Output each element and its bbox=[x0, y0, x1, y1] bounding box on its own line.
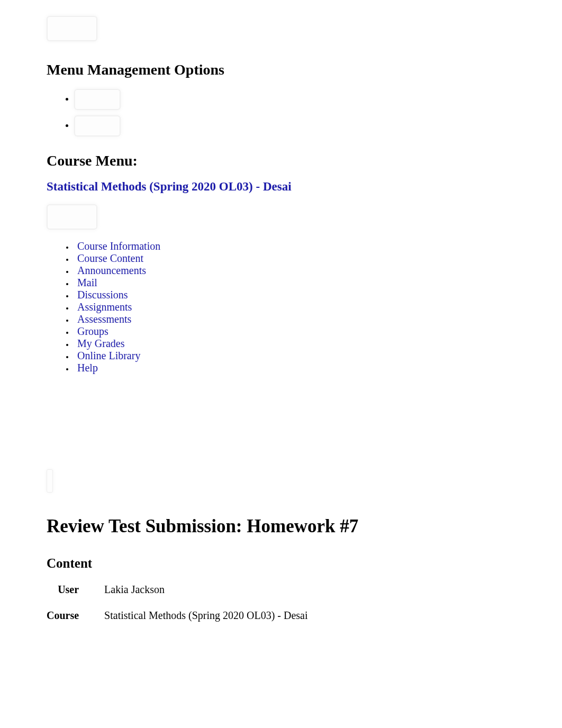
nav-online-library[interactable]: Online Library bbox=[74, 350, 140, 361]
nav-course-information[interactable]: Course Information bbox=[74, 240, 160, 252]
user-label: User bbox=[47, 584, 104, 609]
list-item bbox=[74, 89, 562, 110]
list-item bbox=[74, 115, 562, 136]
top-ghost-button[interactable] bbox=[47, 16, 97, 41]
nav-groups[interactable]: Groups bbox=[74, 325, 108, 337]
list-item: Discussions bbox=[74, 289, 562, 301]
table-row: Course Statistical Methods (Spring 2020 … bbox=[47, 609, 308, 635]
menu-management-list bbox=[47, 89, 562, 136]
list-item: Help bbox=[74, 362, 562, 374]
sidebar-toggle-tab[interactable] bbox=[47, 469, 53, 493]
course-menu-heading: Course Menu: bbox=[47, 152, 562, 169]
content-heading: Content bbox=[47, 556, 562, 571]
list-item: Course Content bbox=[74, 252, 562, 264]
nav-my-grades[interactable]: My Grades bbox=[74, 338, 124, 349]
list-item: Announcements bbox=[74, 265, 562, 276]
menu-option-button-1[interactable] bbox=[74, 89, 121, 110]
list-item: My Grades bbox=[74, 338, 562, 349]
nav-help[interactable]: Help bbox=[74, 362, 98, 374]
nav-announcements[interactable]: Announcements bbox=[74, 265, 146, 276]
list-item: Mail bbox=[74, 277, 562, 288]
menu-management-heading: Menu Management Options bbox=[47, 61, 562, 78]
nav-discussions[interactable]: Discussions bbox=[74, 289, 128, 301]
course-value: Statistical Methods (Spring 2020 OL03) -… bbox=[104, 609, 307, 635]
table-row: User Lakia Jackson bbox=[47, 584, 308, 609]
course-ghost-button[interactable] bbox=[47, 204, 97, 230]
page-title: Review Test Submission: Homework #7 bbox=[47, 516, 562, 537]
course-label: Course bbox=[47, 609, 104, 635]
nav-assignments[interactable]: Assignments bbox=[74, 301, 132, 313]
list-item: Assessments bbox=[74, 313, 562, 325]
menu-option-button-2[interactable] bbox=[74, 115, 121, 136]
course-nav-list: Course Information Course Content Announ… bbox=[47, 240, 562, 374]
user-value: Lakia Jackson bbox=[104, 584, 307, 609]
nav-assessments[interactable]: Assessments bbox=[74, 313, 131, 325]
submission-details-table: User Lakia Jackson Course Statistical Me… bbox=[47, 584, 308, 635]
list-item: Assignments bbox=[74, 301, 562, 313]
course-title-link[interactable]: Statistical Methods (Spring 2020 OL03) -… bbox=[47, 180, 292, 194]
nav-course-content[interactable]: Course Content bbox=[74, 252, 143, 264]
list-item: Course Information bbox=[74, 240, 562, 252]
list-item: Groups bbox=[74, 325, 562, 337]
nav-mail[interactable]: Mail bbox=[74, 277, 97, 288]
list-item: Online Library bbox=[74, 350, 562, 361]
